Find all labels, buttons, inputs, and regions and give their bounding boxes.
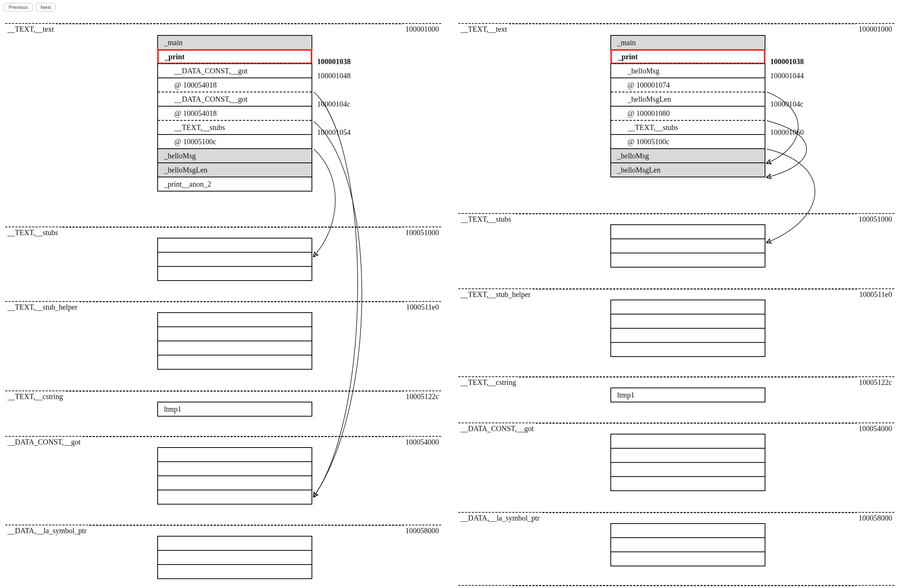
- table-row: [158, 341, 311, 356]
- table-row: [158, 253, 311, 267]
- section-label: __DATA_CONST,__got: [458, 423, 536, 434]
- cell-stubs-ref-a: __TEXT,__stubs: [158, 121, 311, 135]
- left-section-got: __DATA_CONST,__got 100054000: [5, 436, 441, 437]
- left-section-la-symbol-ptr: __DATA,__la_symbol_ptr 100058000: [5, 525, 441, 526]
- section-label: __TEXT,__stub_helper: [458, 289, 533, 300]
- section-label: __TEXT,__text: [458, 24, 510, 34]
- table-row: [158, 490, 311, 505]
- box-stub-helper: [611, 300, 765, 357]
- addr-print: 100001038: [611, 63, 765, 64]
- cell-print-anon2: _print__anon_2: [158, 177, 311, 192]
- box-cstring: ltmp1: [611, 388, 765, 402]
- section-addr: 100051000: [856, 214, 894, 224]
- addr-1: 100001044: [611, 77, 765, 78]
- section-addr: 100054000: [403, 437, 441, 447]
- cell-got-ref-2a: __DATA_CONST,__got: [158, 92, 311, 107]
- section-addr: 1000511e0: [857, 289, 894, 300]
- table-row: [611, 343, 764, 357]
- cell-stubs-ref-b: @ 10005100c: [611, 135, 764, 149]
- table-row: [611, 538, 764, 552]
- section-label: __TEXT,__stubs: [458, 214, 513, 224]
- box-stubs: [157, 238, 312, 281]
- addr-label: 100001054: [315, 128, 353, 137]
- cell-print[interactable]: _print: [157, 49, 312, 64]
- section-label: __DATA,__la_symbol_ptr: [458, 513, 542, 523]
- cell-ltmp1: ltmp1: [611, 388, 764, 402]
- section-label: __TEXT,__text: [5, 24, 56, 34]
- section-addr: 100001000: [856, 24, 894, 34]
- column-left: __TEXT,__text 100001000 _main _print __D…: [5, 0, 441, 588]
- table-row: [611, 328, 764, 343]
- box-text: _main _print __DATA_CONST,__got @ 100054…: [157, 35, 312, 192]
- table-row: [158, 327, 311, 341]
- right-section-cstring: __TEXT,__cstring 10005122c: [458, 377, 894, 378]
- cell-ltmp1: ltmp1: [158, 402, 311, 417]
- addr-3: 100001054: [157, 134, 312, 135]
- section-addr: 100051000: [403, 227, 441, 238]
- table-row: [158, 267, 311, 281]
- box-stubs: [611, 224, 765, 268]
- table-row: [611, 524, 764, 538]
- addr-label: 100001038: [768, 58, 806, 66]
- section-label: __DATA_CONST,__got: [5, 437, 83, 447]
- addr-2: 10000104c: [157, 106, 312, 107]
- left-section-text: __TEXT,__text 100001000: [5, 23, 441, 24]
- cell-hello-msg-len: _helloMsgLen: [611, 163, 764, 177]
- cell-main: _main: [611, 36, 764, 50]
- addr-label: 100001048: [315, 72, 353, 80]
- table-row: [158, 462, 311, 476]
- table-row: [611, 434, 764, 449]
- table-row: [158, 356, 311, 370]
- table-row: [611, 477, 764, 491]
- table-row: [158, 537, 311, 551]
- section-addr: 100058000: [856, 513, 894, 523]
- table-row: [611, 300, 764, 314]
- column-right: __TEXT,__text 100001000 _main _print _he…: [458, 0, 894, 588]
- cell-hellomsglen-ref-a: _helloMsgLen: [611, 92, 764, 107]
- table-row: [611, 449, 764, 463]
- right-section-text: __TEXT,__text 100001000: [458, 23, 894, 24]
- box-stub-helper: [157, 312, 312, 370]
- cell-hellomsglen-ref-b: @ 100001080: [611, 107, 764, 121]
- right-section-stubs: __TEXT,__stubs 100051000: [458, 213, 894, 214]
- cell-hellomsg-ref-a: _helloMsg: [611, 64, 764, 78]
- box-got: [157, 447, 312, 505]
- table-row: [158, 313, 311, 327]
- cell-stubs-ref-a: __TEXT,__stubs: [611, 121, 764, 135]
- addr-label: 100001060: [768, 128, 806, 137]
- left-section-stub-helper: __TEXT,__stub_helper 1000511e0: [5, 301, 441, 302]
- cell-print[interactable]: _print: [611, 49, 765, 64]
- addr-label: 10000104c: [768, 100, 805, 109]
- section-label: __TEXT,__cstring: [5, 391, 65, 402]
- section-label: __TEXT,__stub_helper: [5, 302, 80, 312]
- table-row: [611, 463, 764, 477]
- box-got: [611, 434, 765, 491]
- table-row: [611, 225, 764, 239]
- cell-got-ref-2b: @ 100054018: [158, 107, 311, 121]
- cell-hello-msg: _helloMsg: [611, 149, 764, 163]
- table-row: [158, 239, 311, 253]
- right-section-stub-helper: __TEXT,__stub_helper 1000511e0: [458, 288, 894, 290]
- addr-label: 100001044: [768, 72, 806, 80]
- addr-1: 100001048: [157, 77, 312, 78]
- right-section-data: __DATA,__data 100058140: [458, 585, 894, 586]
- box-la-symbol-ptr: [157, 536, 312, 579]
- section-addr: 1000511e0: [404, 302, 441, 312]
- cell-hellomsg-ref-b: @ 100001074: [611, 78, 764, 92]
- cell-hello-msg-len: _helloMsgLen: [158, 163, 311, 177]
- cell-got-ref-1b: @ 100054018: [158, 78, 311, 92]
- section-addr: 100054000: [856, 423, 894, 434]
- table-row: [611, 314, 764, 328]
- cell-got-ref-1a: __DATA_CONST,__got: [158, 64, 311, 78]
- addr-print: 100001038: [157, 63, 312, 64]
- left-section-stubs: __TEXT,__stubs 100051000: [5, 227, 441, 228]
- cell-stubs-ref-b: @ 10005100c: [158, 135, 311, 149]
- section-addr: 100058140: [856, 586, 894, 588]
- section-label: __DATA,__la_symbol_ptr: [5, 526, 89, 536]
- section-addr: 100058000: [403, 526, 441, 536]
- section-addr: 100001000: [403, 24, 441, 34]
- table-row: [158, 476, 311, 490]
- cell-hello-msg: _helloMsg: [158, 149, 311, 163]
- table-row: [158, 565, 311, 579]
- right-section-got: __DATA_CONST,__got 100054000: [458, 423, 894, 424]
